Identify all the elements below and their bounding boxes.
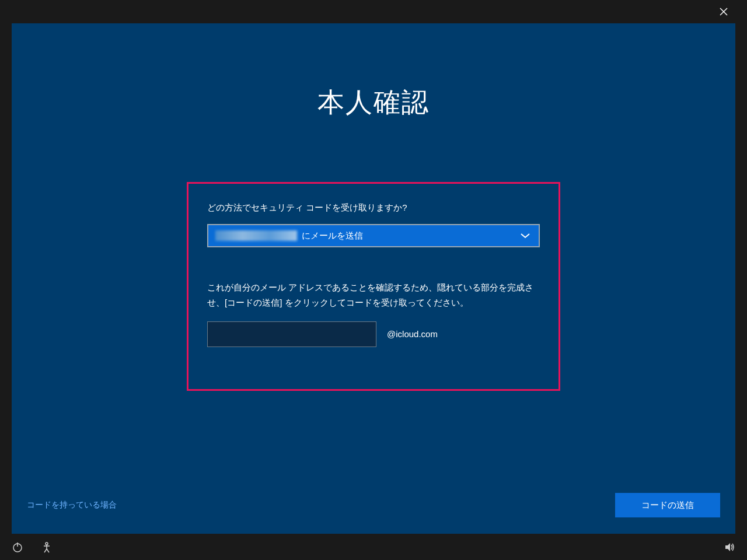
page-title: 本人確認	[12, 85, 735, 121]
dropdown-suffix: にメールを送信	[302, 230, 363, 242]
method-dropdown[interactable]: にメールを送信	[207, 224, 540, 247]
svg-line-7	[44, 549, 47, 552]
power-icon	[12, 541, 23, 553]
method-prompt: どの方法でセキュリティ コードを受け取りますか?	[207, 202, 540, 214]
chevron-down-icon	[520, 230, 530, 241]
volume-icon	[724, 541, 735, 553]
send-code-button[interactable]: コードの送信	[615, 493, 720, 517]
volume-button[interactable]	[724, 541, 735, 553]
verification-form: どの方法でセキュリティ コードを受け取りますか? にメールを送信 これが自分のメ…	[187, 182, 560, 391]
email-row: @icloud.com	[207, 321, 540, 347]
close-button[interactable]	[712, 0, 735, 23]
instruction-text: これが自分のメール アドレスであることを確認するため、隠れている部分を完成させ、…	[207, 280, 540, 311]
close-icon	[720, 8, 728, 16]
svg-line-8	[47, 549, 49, 552]
main-area: 本人確認 どの方法でセキュリティ コードを受け取りますか? にメールを送信 これ…	[12, 23, 735, 534]
power-button[interactable]	[12, 541, 23, 553]
titlebar	[0, 0, 747, 23]
masked-email	[215, 230, 297, 241]
accessibility-button[interactable]	[41, 541, 53, 553]
have-code-link[interactable]: コードを持っている場合	[27, 500, 117, 510]
bottombar	[0, 534, 747, 560]
svg-point-4	[46, 542, 48, 545]
email-input[interactable]	[207, 321, 376, 347]
accessibility-icon	[41, 541, 53, 553]
footer-row: コードを持っている場合 コードの送信	[27, 493, 720, 517]
svg-marker-9	[725, 543, 730, 551]
email-domain-label: @icloud.com	[387, 329, 438, 339]
